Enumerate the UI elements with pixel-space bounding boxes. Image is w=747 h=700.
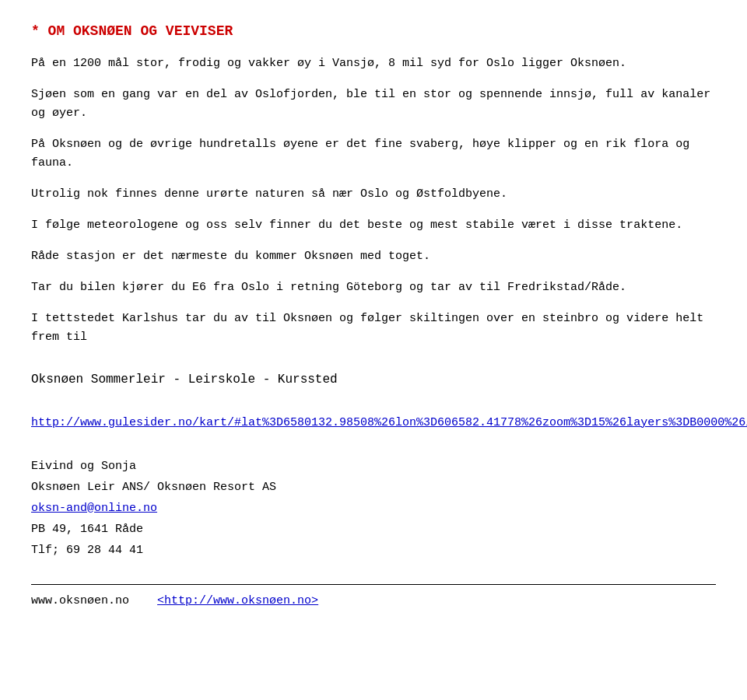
- map-link[interactable]: http://www.gulesider.no/kart/#lat%3D6580…: [31, 416, 747, 429]
- paragraph7: Tar du bilen kjører du E6 fra Oslo i ret…: [31, 278, 716, 297]
- highlight-title: Oksnøen Sommerleir - Leirskole - Kursste…: [31, 370, 716, 390]
- paragraph4: Utrolig nok finnes denne urørte naturen …: [31, 185, 716, 204]
- paragraph8: I tettstedet Karlshus tar du av til Oksn…: [31, 310, 716, 347]
- footer-link[interactable]: <http://www.oksnøen.no>: [157, 594, 318, 607]
- contact-line2: Oksnøen Leir ANS/ Oksnøen Resort AS: [31, 477, 716, 498]
- paragraph2: Sjøen som en gang var en del av Oslofjor…: [31, 86, 716, 123]
- paragraph3: På Oksnøen og de øvrige hundretalls øyen…: [31, 135, 716, 173]
- page-container: * OM OKSNØEN OG VEIVISER På en 1200 mål …: [31, 23, 716, 607]
- paragraph6: Råde stasjon er det nærmeste du kommer O…: [31, 247, 716, 266]
- contact-block: Eivind og Sonja Oksnøen Leir ANS/ Oksnøe…: [31, 456, 716, 561]
- footer-website: www.oksnøen.no: [31, 594, 129, 607]
- contact-phone: Tlf; 69 28 44 41: [31, 540, 716, 561]
- contact-address: PB 49, 1641 Råde: [31, 519, 716, 540]
- map-link-container: http://www.gulesider.no/kart/#lat%3D6580…: [31, 414, 716, 432]
- paragraph1: På en 1200 mål stor, frodig og vakker øy…: [31, 54, 716, 73]
- paragraph5: I følge meteorologene og oss selv finner…: [31, 216, 716, 235]
- email-link[interactable]: oksn-and@online.no: [31, 502, 157, 515]
- contact-line1: Eivind og Sonja: [31, 456, 716, 477]
- footer: www.oksnøen.no <http://www.oksnøen.no>: [31, 584, 716, 607]
- page-title: * OM OKSNØEN OG VEIVISER: [31, 23, 716, 39]
- footer-spacer: [136, 594, 150, 607]
- contact-email: oksn-and@online.no: [31, 498, 716, 519]
